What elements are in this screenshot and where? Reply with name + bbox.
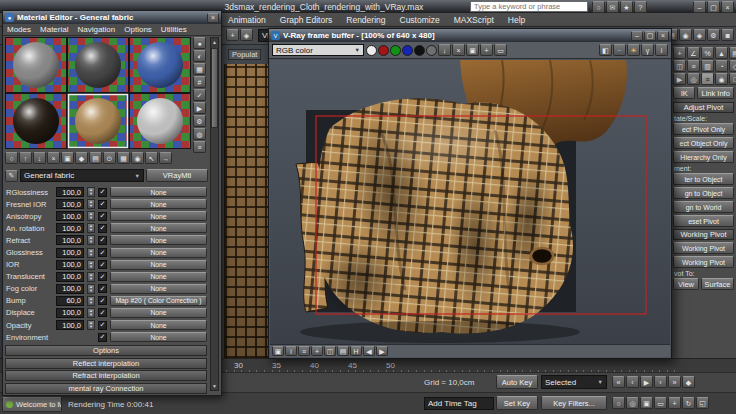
param-checkbox[interactable]: ✓ (98, 308, 107, 317)
maximize-viewport-toggle-icon[interactable]: ◱ (696, 397, 709, 409)
param-checkbox[interactable]: ✓ (98, 284, 107, 293)
zoom-all-icon[interactable]: ◎ (626, 397, 639, 409)
render-setup-icon[interactable]: ⚙ (707, 29, 720, 41)
exposure-correction-icon[interactable]: ☀ (627, 44, 640, 56)
param-checkbox[interactable]: ✓ (98, 200, 107, 209)
affect-object-only-button[interactable]: ect Object Only (673, 137, 734, 149)
set-key-button[interactable]: Set Key (496, 396, 538, 410)
material-sample-slot[interactable] (68, 38, 129, 93)
render-image[interactable] (270, 60, 670, 345)
percent-snap-icon[interactable]: % (701, 47, 714, 59)
hierarchy-tab-icon[interactable]: ≡ (701, 73, 714, 85)
manage-layers-icon[interactable]: ▥ (701, 60, 714, 72)
param-spinner[interactable]: ▲▼ (87, 199, 95, 209)
clear-image-icon[interactable]: × (452, 44, 465, 56)
me-menu-item[interactable]: Material (40, 25, 68, 34)
ik-button[interactable]: IK (673, 87, 695, 99)
param-spinner[interactable]: ▲▼ (87, 320, 95, 330)
material-map-navigator-icon[interactable]: ≡ (193, 141, 206, 153)
param-checkbox[interactable]: ✓ (98, 321, 107, 330)
help-icon[interactable]: ? (634, 1, 647, 13)
menu-item[interactable]: Animation (228, 15, 266, 25)
previous-image-icon[interactable]: ◀ (363, 346, 375, 356)
welcome-screen-button[interactable]: Welcome to M (2, 397, 62, 412)
next-image-icon[interactable]: ▶ (376, 346, 388, 356)
select-and-manipulate-icon[interactable]: + (226, 29, 239, 41)
sample-slots[interactable] (5, 37, 191, 149)
show-end-result-icon[interactable]: ◉ (131, 152, 144, 164)
param-value-field[interactable]: 100,0 (56, 308, 84, 318)
go-to-start-icon[interactable]: « (612, 376, 625, 388)
get-material-icon[interactable]: ○ (5, 152, 18, 164)
param-value-field[interactable]: 60,0 (56, 296, 84, 306)
center-to-object-button[interactable]: ter to Object (673, 173, 734, 185)
snaps-toggle-icon[interactable]: + (673, 47, 686, 59)
display-colors-in-srgb-icon[interactable]: γ (641, 44, 654, 56)
background-icon[interactable]: ▦ (193, 63, 206, 75)
region-render-icon[interactable]: ▭ (494, 44, 507, 56)
material-sample-slot[interactable] (6, 38, 67, 93)
param-value-field[interactable]: 100,0 (56, 320, 84, 330)
compare-vertical-icon[interactable]: ▤ (337, 346, 349, 356)
select-by-name-icon[interactable]: ◈ (240, 29, 253, 41)
key-mode-toggle-icon[interactable]: ◆ (682, 376, 695, 388)
edit-named-selections-icon[interactable]: ▤ (729, 47, 736, 59)
show-map-in-viewport-icon[interactable]: ▦ (117, 152, 130, 164)
material-sample-slot[interactable] (130, 94, 191, 149)
param-spinner[interactable]: ▲▼ (87, 260, 95, 270)
param-checkbox[interactable]: ✓ (98, 333, 107, 342)
edit-working-pivot-button[interactable]: Working Pivot (673, 256, 734, 268)
param-value-field[interactable]: 100,0 (56, 272, 84, 282)
correction-controls-icon[interactable]: ◧ (599, 44, 612, 56)
param-checkbox[interactable]: ✓ (98, 224, 107, 233)
red-channel-icon[interactable] (378, 45, 389, 56)
sample-uv-tiling-icon[interactable]: # (193, 76, 206, 88)
sample-type-icon[interactable]: ● (193, 37, 206, 49)
curve-correction-icon[interactable]: ~ (613, 44, 626, 56)
quick-align-icon[interactable]: ≡ (687, 60, 700, 72)
menu-item[interactable]: Rendering (346, 15, 385, 25)
next-frame-icon[interactable]: › (654, 376, 667, 388)
param-map-button[interactable]: None (110, 235, 207, 245)
rollout-header[interactable]: Refract interpolation (5, 370, 207, 381)
histogram-icon[interactable]: H (350, 346, 362, 356)
material-sample-slot[interactable] (68, 94, 129, 149)
param-map-button[interactable]: Map #20 ( Color Correction ) (110, 296, 207, 306)
param-spinner[interactable]: ▲▼ (87, 187, 95, 197)
param-value-field[interactable]: 100,0 (56, 223, 84, 233)
link-info-button[interactable]: Link Info (697, 87, 734, 99)
use-working-pivot-button[interactable]: Working Pivot (673, 242, 734, 254)
pixel-probe-icon[interactable]: + (311, 346, 323, 356)
material-type-button[interactable]: VRayMtl (146, 169, 208, 182)
channel-dropdown[interactable]: RGB color ▼ (272, 44, 364, 56)
search-icon[interactable]: ○ (592, 1, 605, 13)
adjust-pivot-rollout[interactable]: Adjust Pivot (673, 102, 734, 113)
monochrome-channel-icon[interactable] (426, 45, 437, 56)
param-map-button[interactable]: None (110, 308, 207, 318)
previous-frame-icon[interactable]: ‹ (626, 376, 639, 388)
param-checkbox[interactable]: ✓ (98, 248, 107, 257)
rollout-header[interactable]: Reflect interpolation (5, 358, 207, 369)
material-sample-slot[interactable] (6, 94, 67, 149)
video-color-check-icon[interactable]: ✓ (193, 89, 206, 101)
angle-snap-icon[interactable]: ∠ (687, 47, 700, 59)
align-to-object-button[interactable]: gn to Object (673, 187, 734, 199)
put-material-to-scene-icon[interactable]: ↑ (19, 152, 32, 164)
scroll-down-icon[interactable]: ▼ (211, 382, 218, 390)
add-time-tag[interactable]: Add Time Tag (424, 397, 494, 410)
scene-explorer-icon[interactable]: ◇ (729, 60, 736, 72)
go-to-parent-icon[interactable]: ↖ (145, 152, 158, 164)
mirror-tool-icon[interactable]: ◫ (673, 60, 686, 72)
param-checkbox[interactable]: ✓ (98, 272, 107, 281)
align-to-world-button[interactable]: gn to World (673, 201, 734, 213)
param-spinner[interactable]: ▲▼ (87, 223, 95, 233)
param-spinner[interactable]: ▲▼ (87, 284, 95, 294)
favorites-icon[interactable]: ★ (620, 1, 633, 13)
scrollbar-thumb[interactable] (211, 48, 218, 128)
make-material-copy-icon[interactable]: ▣ (61, 152, 74, 164)
param-map-button[interactable]: None (110, 284, 207, 294)
maximize-icon[interactable]: ▢ (707, 1, 720, 13)
save-image-icon[interactable]: ↓ (438, 44, 451, 56)
menu-item[interactable]: Help (508, 15, 525, 25)
put-to-library-icon[interactable]: ▤ (89, 152, 102, 164)
